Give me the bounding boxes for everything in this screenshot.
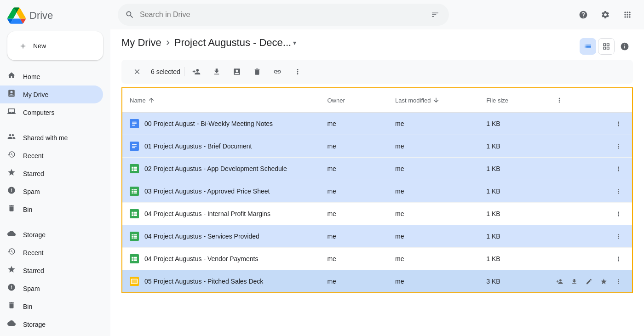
file-row-actions	[546, 135, 632, 158]
svg-rect-7	[132, 148, 135, 148]
spam2-icon	[7, 283, 16, 294]
table-row[interactable]: 04 Project Augustus - Vendor Payments me…	[122, 248, 632, 270]
table-row[interactable]: 03 Project Augustus - Approved Price She…	[122, 180, 632, 203]
svg-rect-1	[132, 122, 137, 123]
svg-rect-19	[134, 191, 137, 192]
svg-rect-27	[132, 215, 133, 216]
row-more-button[interactable]	[612, 185, 625, 198]
storage2-icon	[7, 319, 16, 330]
row-actions	[553, 162, 625, 175]
file-row-actions	[546, 113, 632, 135]
sidebar-item-my-drive[interactable]: My Drive	[0, 85, 103, 103]
sidebar-item-recent-label: Recent	[23, 152, 43, 159]
search-input[interactable]	[140, 11, 423, 19]
sidebar-item-home[interactable]: Home	[0, 68, 103, 85]
file-size: 1 KB	[479, 248, 546, 270]
sidebar-item-recent[interactable]: Recent	[0, 147, 103, 165]
sidebar-item-bin[interactable]: Bin	[0, 200, 103, 218]
computers-icon	[7, 107, 16, 118]
file-owner: me	[320, 158, 388, 180]
table-row[interactable]: 00 Project August - Bi-Weekly Meeting No…	[122, 113, 632, 135]
sidebar-item-storage2[interactable]: Storage	[0, 315, 103, 333]
svg-rect-23	[132, 212, 133, 213]
owner-column-header: Owner	[320, 88, 388, 113]
svg-rect-40	[134, 258, 137, 260]
bin-icon	[7, 204, 16, 215]
svg-rect-30	[132, 234, 133, 235]
row-actions	[553, 252, 625, 265]
file-name-cell: 02 Project Augustus - App Development Sc…	[122, 158, 320, 180]
svg-rect-35	[134, 238, 137, 239]
deselect-button[interactable]	[129, 63, 145, 80]
apps-button[interactable]	[618, 6, 637, 24]
file-type-icon	[130, 232, 139, 241]
svg-rect-21	[134, 193, 137, 194]
svg-rect-9	[132, 167, 133, 168]
row-star-button[interactable]	[597, 275, 610, 288]
download-button[interactable]	[208, 63, 225, 80]
svg-rect-14	[134, 170, 137, 171]
sidebar-item-bin2[interactable]: Bin	[0, 297, 103, 315]
sidebar-item-recent2[interactable]: Recent	[0, 244, 103, 262]
sidebar-item-starred[interactable]: Starred	[0, 165, 103, 182]
file-name-cell: 01 Project Augustus - Brief Document	[122, 135, 320, 158]
file-modified: me	[388, 248, 479, 270]
breadcrumb-current[interactable]: Project Augustus - Dece... ▾	[174, 37, 296, 49]
sidebar-item-spam[interactable]: Spam	[0, 182, 103, 200]
row-more-button[interactable]	[612, 230, 625, 243]
sidebar-item-spam2-label: Spam	[23, 285, 40, 292]
list-view-button[interactable]	[580, 38, 596, 55]
name-column-header[interactable]: Name	[122, 88, 320, 113]
breadcrumb-separator	[163, 38, 172, 47]
add-people-button[interactable]	[188, 63, 205, 80]
modified-column-header[interactable]: Last modified	[388, 88, 479, 113]
link-button[interactable]	[269, 63, 286, 80]
file-modified: me	[388, 203, 479, 225]
info-button[interactable]	[616, 38, 633, 55]
table-row[interactable]: 04 Project Augustus - Internal Profit Ma…	[122, 203, 632, 225]
file-name: 04 Project Augustus - Services Provided	[144, 233, 259, 240]
grid-view-button[interactable]	[598, 38, 615, 55]
search-bar[interactable]	[118, 4, 449, 26]
sidebar-item-computers[interactable]: Computers	[0, 103, 103, 121]
row-more-button[interactable]	[612, 162, 625, 175]
new-button[interactable]: ＋ New	[7, 31, 103, 60]
search-filter-button[interactable]	[429, 8, 442, 21]
home-icon	[7, 71, 16, 82]
row-actions	[553, 140, 625, 153]
sidebar-item-starred2[interactable]: Starred	[0, 262, 103, 279]
column-more-button[interactable]	[553, 94, 566, 107]
table-row[interactable]: 02 Project Augustus - App Development Sc…	[122, 158, 632, 180]
row-download-button[interactable]	[568, 275, 581, 288]
settings-button[interactable]	[596, 6, 615, 24]
sidebar-item-storage[interactable]: Storage	[0, 226, 103, 244]
row-more-button[interactable]	[612, 140, 625, 153]
row-more-button[interactable]	[612, 117, 625, 130]
row-more-button[interactable]	[612, 275, 625, 288]
sidebar-item-spam2[interactable]: Spam	[0, 279, 103, 297]
svg-rect-37	[132, 257, 133, 258]
sidebar-item-shared[interactable]: Shared with me	[0, 129, 103, 147]
table-row[interactable]: 04 Project Augustus - Services Provided …	[122, 225, 632, 248]
svg-rect-32	[132, 236, 133, 237]
plus-icon: ＋	[18, 40, 28, 52]
breadcrumb-parent[interactable]: My Drive	[121, 37, 161, 49]
row-more-button[interactable]	[612, 207, 625, 220]
starred-icon	[7, 168, 16, 179]
svg-rect-41	[132, 260, 133, 262]
preview-button[interactable]	[229, 63, 245, 80]
more-actions-button[interactable]	[289, 63, 306, 80]
table-row[interactable]: 01 Project Augustus - Brief Document me …	[122, 135, 632, 158]
delete-button[interactable]	[249, 63, 265, 80]
help-button[interactable]	[574, 6, 592, 24]
file-type-icon	[130, 277, 139, 286]
sidebar-item-home-label: Home	[23, 73, 40, 80]
storage-section: 3.68 GB of 15 GB used Get more storage	[0, 333, 110, 336]
svg-rect-16	[132, 189, 133, 191]
row-more-button[interactable]	[612, 252, 625, 265]
row-edit-button[interactable]	[582, 275, 595, 288]
file-name: 01 Project Augustus - Brief Document	[144, 142, 252, 150]
row-share-button[interactable]	[553, 275, 566, 288]
table-row[interactable]: 05 Project Augustus - Pitched Sales Deck…	[122, 270, 632, 293]
file-owner: me	[320, 180, 388, 203]
